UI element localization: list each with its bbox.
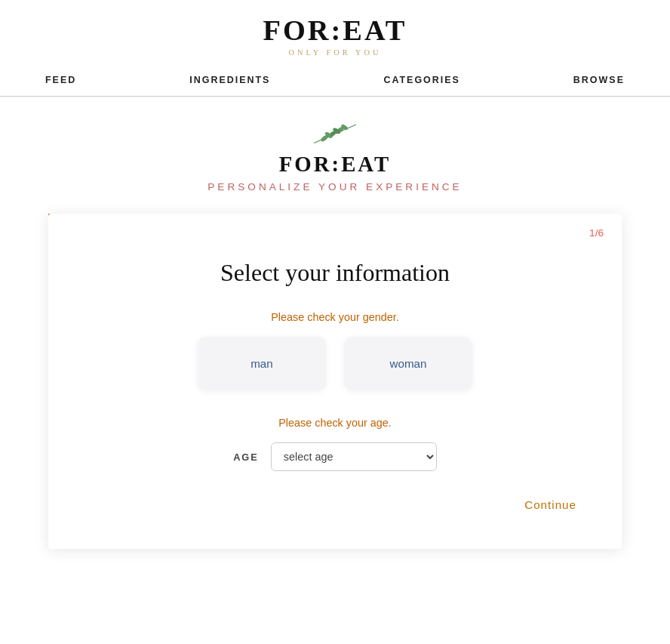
gender-options: man woman	[94, 337, 576, 390]
nav-categories[interactable]: CATEGORIES	[383, 75, 460, 85]
leaf-icon	[309, 119, 361, 146]
navigation: FEED INGREDIENTS CATEGORIES BROWSE	[0, 64, 670, 97]
gender-man-button[interactable]: man	[198, 337, 326, 390]
age-row: AGE select age Under 18 18-24 25-34 35-4…	[94, 442, 576, 471]
card: 1/6 Select your information Please check…	[48, 214, 622, 549]
continue-row: Continue	[94, 498, 576, 511]
page-brand-title: FOR:EAT	[279, 152, 391, 177]
gender-section-label: Please check your gender.	[94, 311, 576, 323]
age-field-label: AGE	[233, 451, 259, 463]
card-wrapper: 1/6 Select your information Please check…	[48, 214, 622, 549]
personalize-text: PERSONALIZE YOUR EXPERIENCE	[207, 181, 462, 193]
nav-feed[interactable]: FEED	[45, 75, 76, 85]
gender-woman-button[interactable]: woman	[344, 337, 472, 390]
age-section-label: Please check your age.	[94, 417, 576, 429]
step-indicator: 1/6	[589, 227, 604, 239]
logo-tagline: ONLY FOR YOU	[289, 48, 382, 57]
nav-browse[interactable]: BROWSE	[573, 75, 625, 85]
age-select[interactable]: select age Under 18 18-24 25-34 35-44 45…	[271, 442, 437, 471]
main-content: FOR:EAT PERSONALIZE YOUR EXPERIENCE 1/6 …	[0, 97, 670, 564]
header: FOR:EAT ONLY FOR YOU	[0, 0, 670, 57]
card-title: Select your information	[94, 259, 576, 287]
nav-ingredients[interactable]: INGREDIENTS	[189, 75, 270, 85]
continue-button[interactable]: Continue	[524, 498, 576, 511]
logo-title: FOR:EAT	[263, 14, 407, 47]
